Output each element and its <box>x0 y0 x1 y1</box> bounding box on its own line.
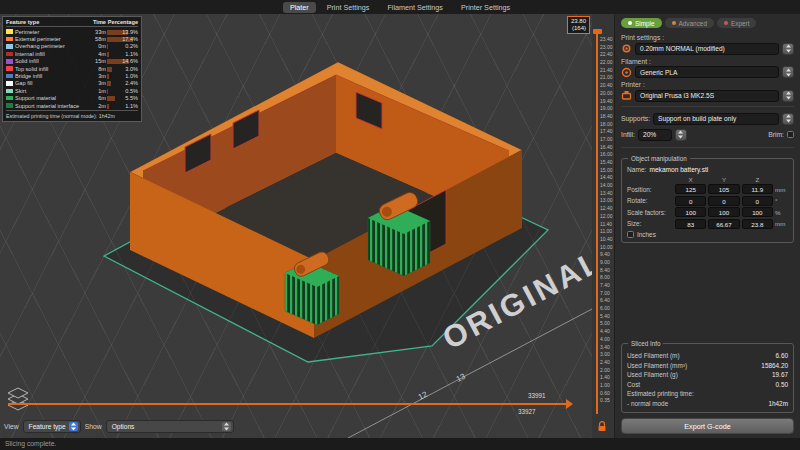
layer-slider[interactable]: 23.4023.0022.4022.0021.4021.0020.4020.00… <box>592 14 614 438</box>
current-layer-number: (164) <box>571 25 586 32</box>
mode-pill[interactable]: Advanced <box>665 18 714 28</box>
y-input[interactable]: 105 <box>708 184 739 194</box>
sliced-info-value: 1h42m <box>768 399 788 409</box>
inches-checkbox[interactable] <box>627 231 634 238</box>
feature-percentage: 2.4% <box>106 80 138 86</box>
mode-selector: Simple Advanced Expert <box>621 18 794 28</box>
layer-tick-label: 20.40 <box>600 82 613 90</box>
legend-row: Support material interface 2m 1.1% <box>6 102 138 109</box>
feature-time: 33m <box>88 29 106 35</box>
tab[interactable]: Filament Settings <box>380 2 450 13</box>
layer-tick-label: 5.40 <box>600 313 613 321</box>
main-tabbar: Plater Print Settings Filament Settings … <box>0 0 800 14</box>
infill-dropdown-button[interactable] <box>675 129 687 141</box>
feature-time: 58m <box>88 36 106 42</box>
brim-checkbox[interactable] <box>787 131 794 138</box>
feature-percentage: 17.4% <box>106 36 138 42</box>
x-input[interactable]: 125 <box>675 184 706 194</box>
sliced-info-value: 15864.20 <box>761 361 788 371</box>
layer-tick-label: 15.40 <box>600 159 613 167</box>
object-name-row: Name: mekamon battery.stl <box>627 166 788 173</box>
view-mode-value: Feature type <box>29 423 66 430</box>
x-input[interactable]: 83 <box>675 219 706 229</box>
infill-dropdown[interactable]: 20% <box>638 129 672 141</box>
print-settings-dropdown[interactable]: 0.20mm NORMAL (modified) <box>635 43 779 55</box>
print-settings-icon <box>621 43 632 54</box>
dropdown-arrows-icon <box>222 422 231 431</box>
supports-value: Support on build plate only <box>658 115 736 122</box>
axis-z-label: Z <box>742 176 773 183</box>
z-input[interactable]: 23.8 <box>742 219 773 229</box>
estimated-time-note: Estimated printing time (normal mode): 1… <box>6 110 138 119</box>
layers-view-icon[interactable] <box>4 386 32 414</box>
feature-percentage: 14.6% <box>106 58 138 64</box>
supports-dropdown[interactable]: Support on build plate only <box>653 113 779 125</box>
show-options-dropdown[interactable]: Options <box>106 420 234 433</box>
sliced-info-label: - normal mode <box>627 399 668 409</box>
layer-tick-label: 11.00 <box>600 228 613 236</box>
mode-label: Advanced <box>679 20 707 27</box>
layer-tick-label: 19.00 <box>600 105 613 113</box>
infill-value: 20% <box>643 131 656 138</box>
export-gcode-button[interactable]: Export G-code <box>621 418 794 434</box>
layer-slider-handle[interactable] <box>593 29 602 34</box>
layer-tick-label: 22.40 <box>600 51 613 59</box>
tab[interactable]: Plater <box>283 2 316 13</box>
filament-row: Generic PLA <box>621 66 794 78</box>
legend-header-feature: Feature type <box>6 19 88 25</box>
inches-row: Inches <box>627 231 788 238</box>
printer-label: Printer : <box>621 81 794 88</box>
horizontal-slider-value-2: 33927 <box>518 408 536 415</box>
3d-viewport[interactable]: ORIGINAL 12 13 <box>0 14 592 438</box>
printer-dropdown-button[interactable] <box>782 90 794 102</box>
filament-dropdown-button[interactable] <box>782 66 794 78</box>
z-input[interactable]: 11.9 <box>742 184 773 194</box>
percentage-bar <box>107 74 109 79</box>
legend-row: Top solid infill 8m 3.0% <box>6 65 138 72</box>
print-settings-dropdown-button[interactable] <box>782 43 794 55</box>
supports-row: Supports: Support on build plate only <box>621 113 794 125</box>
inches-label: Inches <box>637 231 656 238</box>
feature-color-swatch <box>6 44 13 49</box>
layer-tick-label: 15.00 <box>600 167 613 175</box>
feature-name: Overhang perimeter <box>15 43 88 49</box>
feature-percentage: 0.2% <box>106 43 138 49</box>
feature-name: Gap fill <box>15 80 88 86</box>
view-label: View <box>4 423 19 430</box>
layer-tick-label: 13.00 <box>600 197 613 205</box>
slider-lock-icon[interactable] <box>597 421 607 432</box>
sliced-info-row: Used Filament (m) 6.60 <box>627 351 788 361</box>
y-input[interactable]: 0 <box>708 196 739 206</box>
layer-tick-label: 14.40 <box>600 174 613 182</box>
y-input[interactable]: 66.67 <box>708 219 739 229</box>
manipulation-label: Position: <box>627 186 673 193</box>
supports-label: Supports: <box>621 115 650 122</box>
tab[interactable]: Print Settings <box>320 2 377 13</box>
x-input[interactable]: 100 <box>675 207 706 217</box>
layer-tick-label: 8.40 <box>600 267 613 275</box>
tab[interactable]: Printer Settings <box>454 2 517 13</box>
legend-row: Bridge infill 3m 1.0% <box>6 72 138 79</box>
layer-tick-label: 13.40 <box>600 190 613 198</box>
z-input[interactable]: 0 <box>742 196 773 206</box>
mode-pill[interactable]: Expert <box>717 18 756 28</box>
y-input[interactable]: 100 <box>708 207 739 217</box>
printer-dropdown[interactable]: Original Prusa i3 MK2.5S <box>635 90 779 102</box>
layer-slider-track[interactable] <box>596 32 598 414</box>
status-text: Slicing complete. <box>5 440 56 447</box>
view-mode-dropdown[interactable]: Feature type <box>23 420 81 433</box>
layer-tick-label: 3.40 <box>600 344 613 352</box>
mode-pill[interactable]: Simple <box>621 18 662 28</box>
supports-dropdown-button[interactable] <box>782 113 794 125</box>
spacer <box>621 243 794 338</box>
layer-tick-label: 12.40 <box>600 205 613 213</box>
filament-dropdown[interactable]: Generic PLA <box>635 66 779 78</box>
feature-color-swatch <box>6 96 13 101</box>
horizontal-move-slider[interactable] <box>8 403 566 405</box>
horizontal-slider-handle[interactable] <box>566 399 573 409</box>
print-settings-label: Print settings : <box>621 34 794 41</box>
legend-row: Perimeter 33m 13.9% <box>6 28 138 35</box>
z-input[interactable]: 100 <box>742 207 773 217</box>
axis-x-label: X <box>675 176 706 183</box>
x-input[interactable]: 0 <box>675 196 706 206</box>
